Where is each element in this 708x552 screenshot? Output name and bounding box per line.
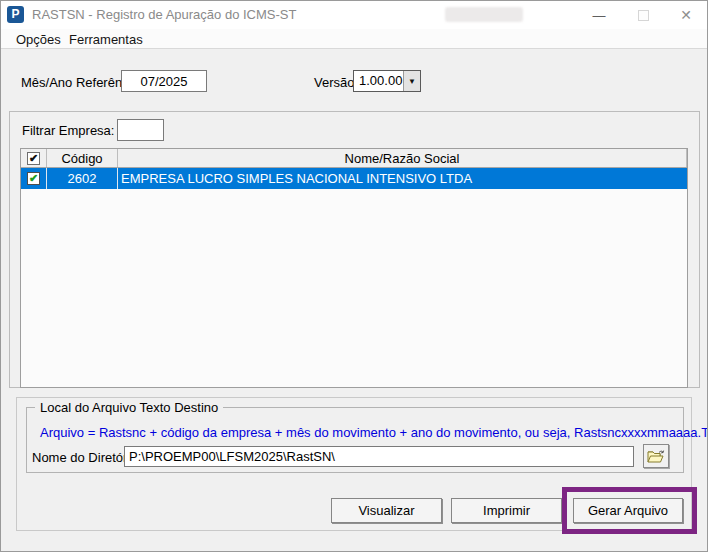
- menu-ferramentas[interactable]: Ferramentas: [65, 31, 147, 48]
- check-icon: ✔: [29, 173, 38, 184]
- window-title: RASTSN - Registro de Apuração do ICMS-ST: [32, 7, 296, 22]
- maximize-button[interactable]: [621, 1, 665, 29]
- app-icon: P: [7, 6, 24, 23]
- maximize-icon: [638, 10, 649, 21]
- destination-group-label: Local do Arquivo Texto Destino: [35, 400, 223, 415]
- row-checkbox-checked[interactable]: ✔: [27, 172, 40, 185]
- mes-ano-input[interactable]: [121, 70, 207, 92]
- gerar-arquivo-button[interactable]: Gerar Arquivo: [573, 498, 683, 523]
- grid-header-nome[interactable]: Nome/Razão Social: [118, 149, 687, 167]
- minimize-icon: —: [593, 8, 606, 23]
- versao-dropdown-button[interactable]: ▼: [403, 71, 420, 91]
- row-nome: EMPRESA LUCRO SIMPLES NACIONAL INTENSIVO…: [118, 168, 687, 189]
- filter-empresa-input[interactable]: [117, 119, 164, 141]
- filter-empresa-label: Filtrar Empresa:: [22, 123, 114, 138]
- directory-input[interactable]: [124, 446, 634, 467]
- minimize-button[interactable]: —: [577, 1, 621, 29]
- check-icon: ✔: [29, 153, 38, 164]
- chevron-down-icon: ▼: [408, 77, 416, 86]
- menu-opcoes[interactable]: Opções: [12, 31, 65, 48]
- app-window: { "window": { "title": "RASTSN - Registr…: [0, 0, 708, 552]
- row-codigo: 2602: [47, 168, 118, 189]
- menu-bar: Opções Ferramentas: [1, 29, 708, 49]
- grid-header-row: ✔ Código Nome/Razão Social: [21, 149, 687, 168]
- versao-selected-value: 1.00.00: [354, 71, 403, 91]
- grid-header-codigo[interactable]: Código: [47, 149, 118, 167]
- visualizar-button[interactable]: Visualizar: [331, 498, 442, 523]
- destination-groupbox: Local do Arquivo Texto Destino Arquivo =…: [26, 407, 684, 473]
- title-bar: P RASTSN - Registro de Apuração do ICMS-…: [1, 1, 708, 29]
- table-row-selected[interactable]: ✔ 2602 EMPRESA LUCRO SIMPLES NACIONAL IN…: [21, 168, 687, 189]
- folder-open-icon: [647, 449, 665, 464]
- company-grid: ✔ Código Nome/Razão Social ✔ 2602 EMPRES…: [20, 148, 688, 388]
- file-naming-info-text: Arquivo = Rastsnc + código da empresa + …: [40, 425, 708, 440]
- imprimir-button[interactable]: Imprimir: [451, 498, 562, 523]
- company-panel: Filtrar Empresa: ✔ Código Nome/Razão Soc…: [9, 111, 700, 388]
- versao-combobox[interactable]: 1.00.00 ▼: [353, 70, 421, 92]
- close-button[interactable]: ✕: [665, 1, 707, 29]
- row-select-cell[interactable]: ✔: [21, 168, 47, 189]
- select-all-checkbox[interactable]: ✔: [27, 152, 40, 165]
- grid-header-select-cell[interactable]: ✔: [21, 149, 47, 167]
- close-icon: ✕: [680, 7, 692, 23]
- browse-directory-button[interactable]: [643, 444, 669, 468]
- title-redaction-blur: [445, 7, 523, 22]
- versao-label: Versão: [314, 75, 354, 90]
